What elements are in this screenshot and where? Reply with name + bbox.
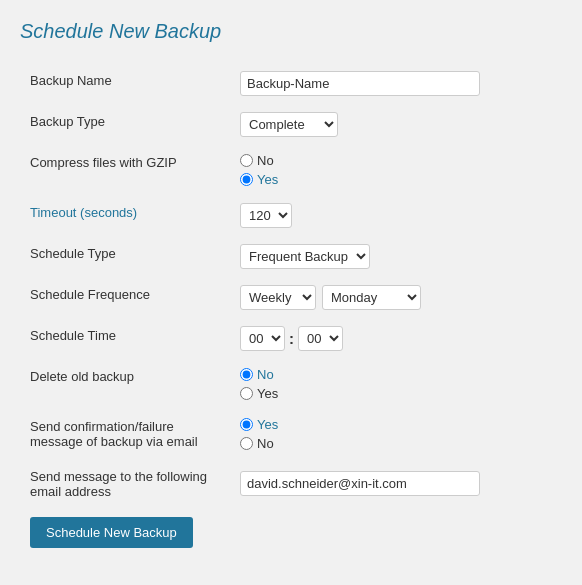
email-address-label: Send message to the following email addr… [20,459,230,507]
backup-type-label: Backup Type [20,104,230,145]
timeout-label: Timeout (seconds) [20,195,230,236]
schedule-type-label: Schedule Type [20,236,230,277]
confirm-yes-option[interactable]: Yes [240,417,552,432]
delete-yes-radio[interactable] [240,387,253,400]
compress-yes-label: Yes [257,172,278,187]
delete-no-radio[interactable] [240,368,253,381]
send-confirmation-group: Yes No [240,417,552,451]
schedule-frequence-label: Schedule Frequence [20,277,230,318]
confirm-no-label: No [257,436,274,451]
confirm-yes-label: Yes [257,417,278,432]
confirm-no-radio[interactable] [240,437,253,450]
delete-old-backup-group: No Yes [240,367,552,401]
compress-yes-option[interactable]: Yes [240,172,552,187]
schedule-time-group: 00010203 04050607 08091011 12131415 1617… [240,326,552,351]
schedule-hour-select[interactable]: 00010203 04050607 08091011 12131415 1617… [240,326,285,351]
compress-no-label: No [257,153,274,168]
backup-name-input[interactable] [240,71,480,96]
delete-no-option[interactable]: No [240,367,552,382]
delete-yes-label: Yes [257,386,278,401]
schedule-time-label: Schedule Time [20,318,230,359]
delete-no-label: No [257,367,274,382]
send-confirmation-label: Send confirmation/failure message of bac… [20,409,230,459]
timeout-select[interactable]: 120 60 180 240 300 [240,203,292,228]
delete-yes-option[interactable]: Yes [240,386,552,401]
compress-gzip-group: No Yes [240,153,552,187]
schedule-type-select[interactable]: Frequent Backup Daily Weekly Monthly [240,244,370,269]
compress-no-radio[interactable] [240,154,253,167]
confirm-no-option[interactable]: No [240,436,552,451]
frequence-day-select[interactable]: Monday Tuesday Wednesday Thursday Friday… [322,285,421,310]
backup-name-label: Backup Name [20,63,230,104]
page-title: Schedule New Backup [20,20,562,43]
compress-no-option[interactable]: No [240,153,552,168]
frequence-freq-select[interactable]: Weekly Daily Monthly [240,285,316,310]
schedule-frequence-group: Weekly Daily Monthly Monday Tuesday Wedn… [240,285,552,310]
confirm-yes-radio[interactable] [240,418,253,431]
email-address-input[interactable] [240,471,480,496]
backup-type-select[interactable]: Complete Differential Incremental [240,112,338,137]
schedule-min-select[interactable]: 00051015 20253035 40455055 [298,326,343,351]
time-separator: : [289,330,294,347]
schedule-new-backup-button[interactable]: Schedule New Backup [30,517,193,548]
compress-gzip-label: Compress files with GZIP [20,145,230,195]
compress-yes-radio[interactable] [240,173,253,186]
delete-old-backup-label: Delete old backup [20,359,230,409]
